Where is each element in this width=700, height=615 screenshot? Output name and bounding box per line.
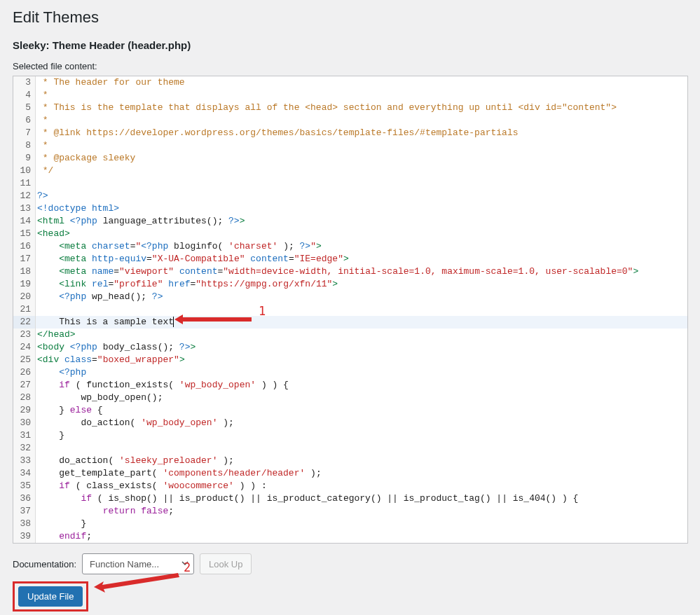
line-number: 21 bbox=[13, 303, 36, 316]
code-line[interactable]: 20 <?php wp_head(); ?> bbox=[13, 291, 687, 303]
code-line[interactable]: 34 get_template_part( 'components/header… bbox=[13, 467, 687, 480]
code-line[interactable]: 24<body <?php body_class(); ?>> bbox=[13, 341, 687, 354]
code-line[interactable]: 35 if ( class_exists( 'woocommerce' ) ) … bbox=[13, 480, 687, 492]
code-line[interactable]: 37 return false; bbox=[13, 505, 687, 518]
line-number: 5 bbox=[13, 102, 36, 114]
code-line[interactable]: 11 bbox=[13, 177, 687, 190]
code-content[interactable]: * @link https://developer.wordpress.org/… bbox=[36, 127, 687, 139]
code-content[interactable]: wp_body_open(); bbox=[36, 392, 687, 404]
code-content[interactable]: * This is the template that displays all… bbox=[36, 102, 687, 114]
code-content[interactable]: do_action( 'wp_body_open' ); bbox=[36, 417, 687, 429]
text-cursor bbox=[173, 317, 174, 327]
code-line[interactable]: 32 bbox=[13, 442, 687, 455]
code-line[interactable]: 29 } else { bbox=[13, 404, 687, 417]
code-line[interactable]: 33 do_action( 'sleeky_preloader' ); bbox=[13, 455, 687, 467]
line-number: 39 bbox=[13, 530, 36, 543]
line-number: 33 bbox=[13, 455, 36, 467]
code-content[interactable]: */ bbox=[36, 165, 687, 177]
code-line[interactable]: 30 do_action( 'wp_body_open' ); bbox=[13, 417, 687, 429]
code-content[interactable] bbox=[36, 303, 687, 316]
code-content[interactable]: } bbox=[36, 518, 687, 530]
code-content[interactable]: * bbox=[36, 139, 687, 152]
code-content[interactable]: <meta name="viewport" content="width=dev… bbox=[36, 265, 687, 278]
line-number: 15 bbox=[13, 228, 36, 240]
line-number: 10 bbox=[13, 165, 36, 177]
code-content[interactable]: <!doctype html> bbox=[36, 202, 687, 215]
annotation-label-2: 2 bbox=[184, 560, 191, 574]
code-content[interactable]: * bbox=[36, 114, 687, 127]
code-content[interactable]: * bbox=[36, 89, 687, 102]
code-content[interactable]: This is a sample text bbox=[36, 316, 687, 329]
code-content[interactable]: } else { bbox=[36, 404, 687, 417]
page-title: Edit Themes bbox=[13, 8, 687, 27]
code-line[interactable]: 19 <link rel="profile" href="https://gmp… bbox=[13, 278, 687, 291]
code-line[interactable]: 4 * bbox=[13, 89, 687, 102]
line-number: 27 bbox=[13, 379, 36, 392]
code-content[interactable]: if ( function_exists( 'wp_body_open' ) )… bbox=[36, 379, 687, 392]
code-content[interactable]: ?> bbox=[36, 190, 687, 202]
code-content[interactable]: <head> bbox=[36, 228, 687, 240]
code-content[interactable] bbox=[36, 177, 687, 190]
code-line[interactable]: 14<html <?php language_attributes(); ?>> bbox=[13, 215, 687, 228]
code-line[interactable]: 25<div class="boxed_wrapper"> bbox=[13, 354, 687, 366]
code-content[interactable]: * The header for our theme bbox=[36, 76, 687, 89]
code-line[interactable]: 10 */ bbox=[13, 165, 687, 177]
code-line[interactable]: 13<!doctype html> bbox=[13, 202, 687, 215]
code-content[interactable]: <html <?php language_attributes(); ?>> bbox=[36, 215, 687, 228]
line-number: 8 bbox=[13, 139, 36, 152]
update-file-button[interactable]: Update File bbox=[18, 586, 83, 607]
code-content[interactable]: <?php wp_head(); ?> bbox=[36, 291, 687, 303]
line-number: 30 bbox=[13, 417, 36, 429]
code-content[interactable]: if ( is_shop() || is_product() || is_pro… bbox=[36, 492, 687, 505]
code-content[interactable]: return false; bbox=[36, 505, 687, 518]
code-content[interactable]: <body <?php body_class(); ?>> bbox=[36, 341, 687, 354]
code-line[interactable]: 26 <?php bbox=[13, 366, 687, 379]
code-line[interactable]: 23</head> bbox=[13, 329, 687, 341]
code-line[interactable]: 12?> bbox=[13, 190, 687, 202]
code-content[interactable]: if ( class_exists( 'woocommerce' ) ) : bbox=[36, 480, 687, 492]
code-content[interactable]: do_action( 'sleeky_preloader' ); bbox=[36, 455, 687, 467]
line-number: 16 bbox=[13, 240, 36, 253]
code-line[interactable]: 8 * bbox=[13, 139, 687, 152]
code-line[interactable]: 15<head> bbox=[13, 228, 687, 240]
code-content[interactable]: <?php bbox=[36, 366, 687, 379]
code-line[interactable]: 18 <meta name="viewport" content="width=… bbox=[13, 265, 687, 278]
line-number: 36 bbox=[13, 492, 36, 505]
code-content[interactable]: * @package sleeky bbox=[36, 152, 687, 165]
code-line[interactable]: 21 bbox=[13, 303, 687, 316]
code-content[interactable]: <div class="boxed_wrapper"> bbox=[36, 354, 687, 366]
code-line[interactable]: 3 * The header for our theme bbox=[13, 76, 687, 89]
line-number: 32 bbox=[13, 442, 36, 455]
code-line[interactable]: 36 if ( is_shop() || is_product() || is_… bbox=[13, 492, 687, 505]
code-editor[interactable]: 1 3 * The header for our theme4 *5 * Thi… bbox=[13, 76, 688, 544]
code-content[interactable]: } bbox=[36, 429, 687, 442]
code-content[interactable]: <link rel="profile" href="https://gmpg.o… bbox=[36, 278, 687, 291]
code-line[interactable]: 7 * @link https://developer.wordpress.or… bbox=[13, 127, 687, 139]
code-line[interactable]: 27 if ( function_exists( 'wp_body_open' … bbox=[13, 379, 687, 392]
code-line[interactable]: 5 * This is the template that displays a… bbox=[13, 102, 687, 114]
line-number: 26 bbox=[13, 366, 36, 379]
annotation-arrow-2-icon bbox=[94, 566, 185, 594]
code-content[interactable]: endif; bbox=[36, 530, 687, 543]
line-number: 4 bbox=[13, 89, 36, 102]
code-content[interactable]: <meta http-equiv="X-UA-Compatible" conte… bbox=[36, 253, 687, 265]
code-line[interactable]: 22 This is a sample text bbox=[13, 316, 687, 329]
code-line[interactable]: 17 <meta http-equiv="X-UA-Compatible" co… bbox=[13, 253, 687, 265]
code-line[interactable]: 6 * bbox=[13, 114, 687, 127]
code-line[interactable]: 31 } bbox=[13, 429, 687, 442]
code-content[interactable]: <meta charset="<?php bloginfo( 'charset'… bbox=[36, 240, 687, 253]
code-content[interactable]: get_template_part( 'components/header/he… bbox=[36, 467, 687, 480]
code-content[interactable]: </head> bbox=[36, 329, 687, 341]
line-number: 7 bbox=[13, 127, 36, 139]
lookup-button[interactable]: Look Up bbox=[200, 553, 252, 574]
line-number: 19 bbox=[13, 278, 36, 291]
line-number: 12 bbox=[13, 190, 36, 202]
code-line[interactable]: 28 wp_body_open(); bbox=[13, 392, 687, 404]
file-subtitle: Sleeky: Theme Header (header.php) bbox=[13, 39, 687, 51]
line-number: 18 bbox=[13, 265, 36, 278]
code-line[interactable]: 16 <meta charset="<?php bloginfo( 'chars… bbox=[13, 240, 687, 253]
code-content[interactable] bbox=[36, 442, 687, 455]
code-line[interactable]: 38 } bbox=[13, 518, 687, 530]
code-line[interactable]: 39 endif; bbox=[13, 530, 687, 543]
code-line[interactable]: 9 * @package sleeky bbox=[13, 152, 687, 165]
